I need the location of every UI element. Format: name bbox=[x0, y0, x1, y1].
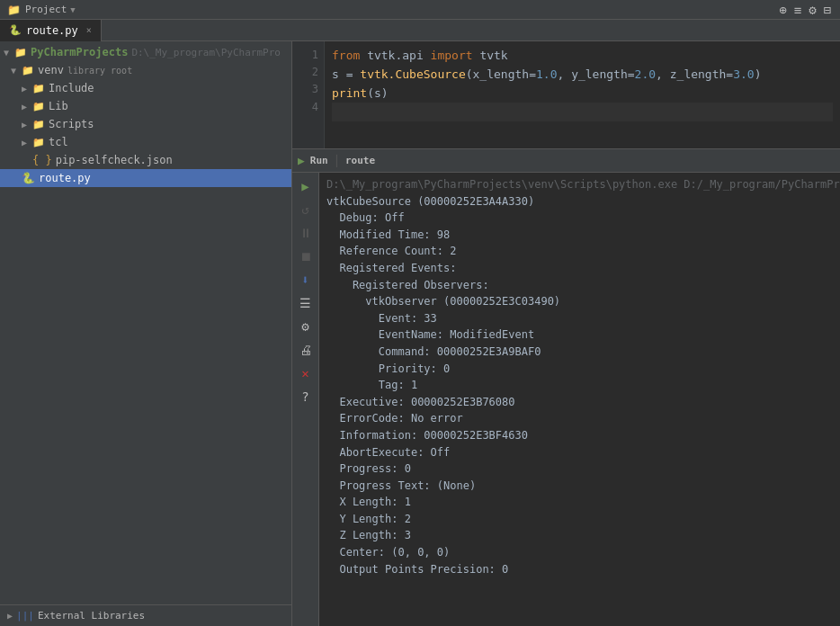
tree-label-routepy: route.py bbox=[39, 172, 91, 184]
code-line-4 bbox=[332, 103, 833, 121]
ext-lib-icon: ||| bbox=[16, 610, 34, 622]
output-line-16: Progress: 0 bbox=[326, 461, 833, 478]
run-settings-button[interactable]: ⚙ bbox=[296, 317, 316, 336]
output-line-20: Z Length: 3 bbox=[326, 527, 833, 544]
tree-label-pycharmprojects: PyCharmProjects bbox=[31, 46, 128, 58]
output-line-17: Progress Text: (None) bbox=[326, 478, 833, 495]
tab-label: route.py bbox=[26, 24, 78, 37]
code-line-1: from tvtk.api import tvtk bbox=[332, 47, 833, 66]
left-panel: ▼ 📁 PyCharmProjects D:\_My_program\PyCha… bbox=[0, 41, 292, 626]
run-panel: ▶ Run │ route ▶ ↺ ⏸ ⏹ ⬇ ☰ ⚙ 🖨 ✕ ? bbox=[292, 149, 840, 626]
external-libraries-bar[interactable]: ▶ ||| External Libraries bbox=[0, 604, 291, 626]
ext-lib-arrow: ▶ bbox=[7, 611, 13, 621]
tree-label-tcl: tcl bbox=[49, 136, 68, 148]
run-side-toolbar: ▶ ↺ ⏸ ⏹ ⬇ ☰ ⚙ 🖨 ✕ ? bbox=[292, 173, 319, 626]
run-help-button[interactable]: ? bbox=[296, 387, 316, 407]
run-play-button[interactable]: ▶ bbox=[296, 176, 316, 196]
tab-bar: 🐍 route.py × bbox=[0, 20, 840, 41]
folder-icon-include: 📁 bbox=[32, 83, 45, 94]
tree-arrow-tcl: ▶ bbox=[22, 138, 32, 148]
run-toolbar: ▶ Run │ route bbox=[292, 149, 840, 173]
run-close-button[interactable]: ✕ bbox=[296, 363, 316, 383]
project-tree: ▼ 📁 PyCharmProjects D:\_My_program\PyCha… bbox=[0, 41, 291, 604]
tree-item-include[interactable]: ▶ 📁 Include bbox=[0, 79, 291, 97]
tree-item-lib[interactable]: ▶ 📁 Lib bbox=[0, 97, 291, 115]
code-line-2: s = tvtk.CubeSource(x_length=1.0, y_leng… bbox=[332, 66, 833, 85]
tree-label-lib: Lib bbox=[49, 100, 68, 112]
folder-icon-lib: 📁 bbox=[32, 101, 45, 112]
title-dropdown-arrow[interactable]: ▼ bbox=[70, 5, 75, 14]
tree-suffix-venv: library root bbox=[67, 66, 132, 76]
tree-arrow-pycharmprojects: ▼ bbox=[4, 48, 14, 58]
tree-arrow-venv: ▼ bbox=[11, 66, 22, 76]
tree-item-routepy[interactable]: ▶ 🐍 route.py bbox=[0, 169, 291, 187]
code-content[interactable]: from tvtk.api import tvtk s = tvtk.CubeS… bbox=[325, 41, 840, 148]
right-panel: 1 2 3 4 from tvtk.api import tvtk s = tv… bbox=[292, 41, 840, 626]
tree-item-venv[interactable]: ▼ 📁 venv library root bbox=[0, 61, 291, 79]
tree-item-tcl[interactable]: ▶ 📁 tcl bbox=[0, 133, 291, 151]
project-icon: 📁 bbox=[7, 4, 21, 16]
folder-icon-scripts: 📁 bbox=[32, 119, 45, 130]
output-line-0: vtkCubeSource (00000252E3A4A330) bbox=[326, 193, 833, 210]
line-numbers: 1 2 3 4 bbox=[292, 41, 325, 148]
main-layout: ▼ 📁 PyCharmProjects D:\_My_program\PyCha… bbox=[0, 41, 840, 626]
folder-icon-venv: 📁 bbox=[22, 65, 34, 76]
run-icon: ▶ bbox=[298, 154, 305, 167]
json-icon-pip: { } bbox=[32, 154, 52, 166]
tree-path-pycharmprojects: D:\_My_program\PyCharmPro bbox=[131, 47, 281, 58]
toolbar-icon-sync[interactable]: ⊕ bbox=[777, 3, 788, 17]
tab-route-py[interactable]: 🐍 route.py × bbox=[0, 20, 102, 41]
tree-label-pip-selfcheck: pip-selfcheck.json bbox=[56, 154, 173, 166]
run-route-label: route bbox=[345, 155, 375, 166]
output-line-13: ErrorCode: No error bbox=[326, 410, 833, 427]
run-stop-button[interactable]: ⏹ bbox=[296, 246, 316, 266]
output-line-18: X Length: 1 bbox=[326, 494, 833, 511]
tree-item-scripts[interactable]: ▶ 📁 Scripts bbox=[0, 115, 291, 133]
tree-label-venv: venv bbox=[38, 64, 64, 76]
ext-lib-label: External Libraries bbox=[38, 610, 145, 622]
output-line-11: Tag: 1 bbox=[326, 377, 833, 394]
tree-item-pycharmprojects[interactable]: ▼ 📁 PyCharmProjects D:\_My_program\PyCha… bbox=[0, 43, 291, 61]
tab-file-icon: 🐍 bbox=[9, 24, 22, 36]
toolbar-icon-settings[interactable]: ⚙ bbox=[807, 3, 818, 17]
title-bar: 📁 Project ▼ ⊕ ≡ ⚙ ⊟ bbox=[0, 0, 840, 20]
output-line-2: Modified Time: 98 bbox=[326, 227, 833, 244]
output-line-6: vtkObserver (00000252E3C03490) bbox=[326, 293, 833, 310]
output-line-1: Debug: Off bbox=[326, 210, 833, 227]
output-line-12: Executive: 00000252E3B76080 bbox=[326, 394, 833, 411]
run-rerun-button[interactable]: ↺ bbox=[296, 200, 316, 219]
tree-arrow-lib: ▶ bbox=[22, 102, 32, 112]
run-print-button[interactable]: 🖨 bbox=[296, 340, 316, 360]
run-pause-button[interactable]: ⏸ bbox=[296, 223, 316, 243]
code-line-3: print(s) bbox=[332, 85, 833, 103]
run-content-area: ▶ ↺ ⏸ ⏹ ⬇ ☰ ⚙ 🖨 ✕ ? D:\_My_program\PyCha… bbox=[292, 173, 840, 626]
run-output: D:\_My_program\PyCharmProjects\venv\Scri… bbox=[319, 173, 840, 626]
output-line-21: Center: (0, 0, 0) bbox=[326, 544, 833, 561]
tree-arrow-include: ▶ bbox=[22, 84, 32, 94]
folder-icon-tcl: 📁 bbox=[32, 137, 45, 148]
output-line-4: Registered Events: bbox=[326, 260, 833, 277]
output-line-7: Event: 33 bbox=[326, 310, 833, 327]
py-icon-routepy: 🐍 bbox=[22, 172, 35, 184]
run-separator: │ bbox=[334, 155, 340, 167]
toolbar-icon-collapse[interactable]: ⊟ bbox=[822, 3, 833, 17]
output-line-8: EventName: ModifiedEvent bbox=[326, 326, 833, 344]
run-scroll-button[interactable]: ⬇ bbox=[296, 270, 316, 290]
code-editor[interactable]: 1 2 3 4 from tvtk.api import tvtk s = tv… bbox=[292, 41, 840, 149]
output-line-3: Reference Count: 2 bbox=[326, 243, 833, 260]
tree-item-pip-selfcheck[interactable]: ▶ { } pip-selfcheck.json bbox=[0, 151, 291, 169]
run-command-line: D:\_My_program\PyCharmProjects\venv\Scri… bbox=[326, 176, 833, 193]
tab-close-button[interactable]: × bbox=[86, 25, 92, 35]
output-line-22: Output Points Precision: 0 bbox=[326, 561, 833, 578]
output-line-15: AbortExecute: Off bbox=[326, 444, 833, 461]
tree-label-include: Include bbox=[49, 82, 94, 94]
run-tab-label: Run bbox=[310, 155, 328, 166]
toolbar-icon-list[interactable]: ≡ bbox=[792, 3, 803, 17]
output-line-5: Registered Observers: bbox=[326, 277, 833, 294]
run-tree-button[interactable]: ☰ bbox=[296, 293, 316, 313]
output-line-14: Information: 00000252E3BF4630 bbox=[326, 427, 833, 444]
tree-arrow-scripts: ▶ bbox=[22, 120, 32, 130]
title-bar-text: Project bbox=[25, 4, 67, 15]
output-line-19: Y Length: 2 bbox=[326, 511, 833, 528]
output-line-9: Command: 00000252E3A9BAF0 bbox=[326, 344, 833, 361]
